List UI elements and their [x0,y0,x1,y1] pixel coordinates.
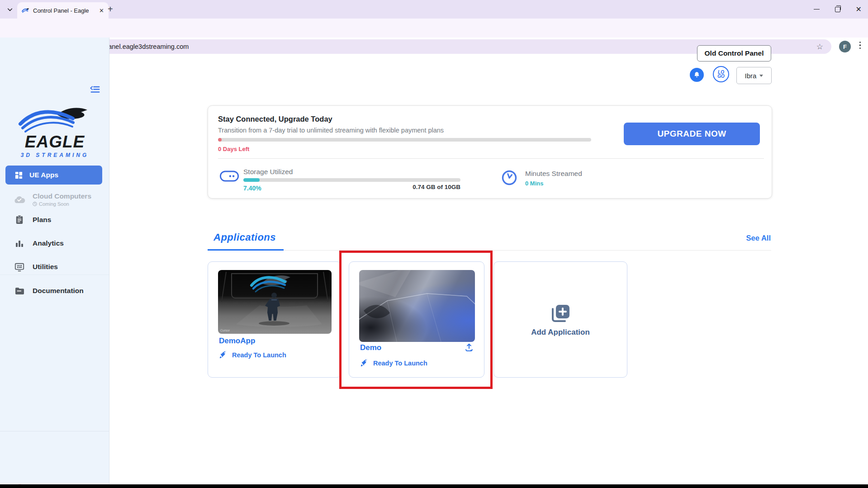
app-name[interactable]: DemoApp [219,336,255,346]
rocket-icon [219,351,228,359]
sidebar: EAGLE 3D STREAMING UE Apps Cloud Compute… [0,38,109,484]
rocket-icon [360,359,369,367]
window-restore-button[interactable] [835,7,840,12]
storage-progress-bar [243,178,460,182]
add-application-card[interactable]: Add Application [493,261,627,378]
sidebar-item-label: Utilities [33,263,58,271]
banner-divider [218,158,764,159]
storage-label: Storage Utilized [243,168,293,176]
small-clock-icon [33,202,37,206]
upload-icon[interactable] [464,342,474,354]
tab-search-button[interactable] [4,3,16,16]
bookmark-star-icon[interactable]: ☆ [816,42,823,52]
folder-icon [14,287,25,295]
browser-menu-icon[interactable] [859,42,861,49]
sidebar-item-plans[interactable]: Plans [0,211,109,229]
banner-subtitle: Transition from a 7-day trial to unlimit… [218,127,444,134]
sidebar-item-ue-apps[interactable]: UE Apps [5,166,102,185]
sidebar-item-label: UE Apps [29,171,58,179]
window-minimize-button[interactable] [814,9,820,9]
storage-percent: 7.40% [243,185,261,192]
sidebar-item-utilities[interactable]: Utilities [0,258,109,276]
new-tab-button[interactable]: + [108,5,113,14]
org-logo-avatar[interactable]: LOGO [713,66,729,82]
user-name: Ibra [745,72,757,80]
user-menu-button[interactable]: Ibra [736,67,772,84]
days-left-label: 0 Days Left [218,146,249,152]
banner-title: Stay Connected, Upgrade Today [218,115,332,123]
sidebar-collapse-icon[interactable] [90,85,100,96]
monitor-sliders-icon [14,262,25,272]
applications-title-underline [208,249,284,251]
see-all-link[interactable]: See All [726,234,771,242]
app-status: Ready To Launch [219,351,286,359]
window-close-button[interactable]: ✕ [856,6,862,13]
sidebar-item-label: Analytics [33,239,64,247]
browser-toolbar: newcontrolpanel.eagle3dstreaming.com ☆ F [0,19,868,38]
sidebar-item-cloud-computers[interactable]: Cloud Computers Coming Soon [0,190,109,208]
app-card-demoapp[interactable]: Cursor DemoApp Ready To Launch [208,261,342,378]
applications-header-divider [208,250,771,251]
eagle-logo: EAGLE 3D STREAMING [0,105,109,158]
sidebar-item-label: Plans [33,216,51,224]
app-thumbnail[interactable] [359,270,475,342]
cloud-check-icon [14,195,25,204]
storage-usage: 0.74 GB of 10GB [370,184,460,190]
brand-tagline: 3D STREAMING [0,152,109,158]
coming-soon-badge: Coming Soon [33,201,91,207]
minutes-streamed-value: 0 Mins [525,180,543,187]
add-application-icon [550,303,571,324]
storage-progress-fill [243,178,260,182]
sidebar-divider [0,431,109,431]
sidebar-item-label: Documentation [33,287,84,295]
thumbnail-watermark: Cursor [220,329,230,332]
bell-icon [693,71,701,79]
sidebar-item-analytics[interactable]: Analytics [0,234,109,252]
add-application-label: Add Application [531,328,590,337]
app-thumbnail[interactable]: Cursor [218,270,332,334]
app-status: Ready To Launch [360,359,427,367]
app-name[interactable]: Demo [360,343,381,352]
browser-window: Control Panel - Eagle ✕ + ✕ newcontrolpa… [0,0,868,488]
grid-icon [14,171,23,180]
old-control-panel-button[interactable]: Old Control Panel [697,45,771,62]
trial-progress-bar [218,138,591,142]
eagle-logo-icon [18,105,91,133]
minutes-streamed-label: Minutes Streamed [525,170,582,178]
applications-section-title: Applications [213,232,276,243]
storage-icon [219,170,239,185]
clock-icon [501,170,517,188]
chevron-down-icon [759,75,763,77]
brand-name: EAGLE [0,133,109,152]
browser-tab-strip: Control Panel - Eagle ✕ + ✕ [0,0,868,19]
browser-profile-avatar[interactable]: F [839,41,851,52]
upgrade-now-button[interactable]: UPGRADE NOW [624,123,760,145]
tab-title: Control Panel - Eagle [33,7,95,14]
app-card-demo[interactable]: Demo Ready To Launch [349,261,484,378]
tab-close-icon[interactable]: ✕ [99,7,104,14]
tab-favicon-eagle-icon [22,7,29,14]
upgrade-banner-card: Stay Connected, Upgrade Today Transition… [208,105,772,199]
browser-tab[interactable]: Control Panel - Eagle ✕ [17,2,109,19]
sidebar-item-documentation[interactable]: Documentation [0,282,109,300]
bar-chart-icon [14,239,25,248]
sidebar-divider [0,275,109,275]
notifications-button[interactable] [690,68,704,82]
sidebar-item-label: Cloud Computers Coming Soon [33,192,91,207]
clipboard-icon [14,215,25,225]
bottom-black-bar [0,484,868,488]
